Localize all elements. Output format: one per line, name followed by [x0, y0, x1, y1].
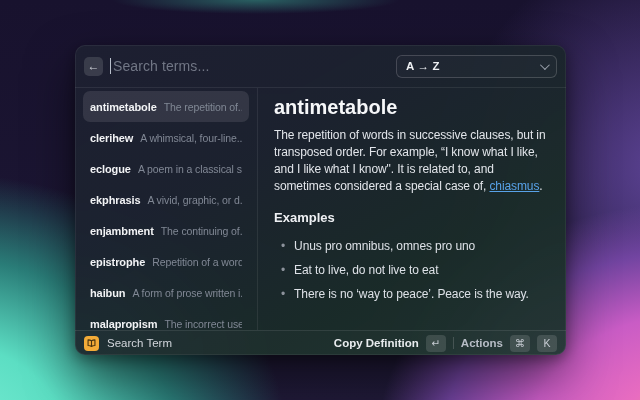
list-item-eclogue[interactable]: eclogue A poem in a classical s... [83, 153, 249, 184]
status-bar: Search Term Copy Definition ↵ Actions ⌘ … [75, 330, 566, 355]
term-summary: Repetition of a word... [152, 256, 242, 268]
term-label: antimetabole [90, 101, 157, 113]
example-text: There is no ‘way to peace’. Peace is the… [294, 282, 529, 306]
back-arrow-icon: ← [88, 59, 100, 73]
term-summary: A vivid, graphic, or d... [147, 194, 242, 206]
example-item: • There is no ‘way to peace’. Peace is t… [274, 282, 550, 306]
list-item-antimetabole[interactable]: antimetabole The repetition of... [83, 91, 249, 122]
term-summary: A poem in a classical s... [138, 163, 242, 175]
launcher-window: ← Search terms... A → Z antimetabole The… [75, 45, 566, 355]
search-input[interactable]: Search terms... [110, 45, 389, 87]
chevron-down-icon [540, 60, 550, 70]
example-item: • Unus pro omnibus, omnes pro uno [274, 234, 550, 258]
example-text: Unus pro omnibus, omnes pro uno [294, 234, 475, 258]
search-bar: ← Search terms... A → Z [75, 45, 566, 88]
definition-after-link: . [539, 179, 542, 193]
term-label: clerihew [90, 132, 133, 144]
list-item-clerihew[interactable]: clerihew A whimsical, four-line... [83, 122, 249, 153]
list-item-ekphrasis[interactable]: ekphrasis A vivid, graphic, or d... [83, 184, 249, 215]
term-summary: The incorrect use... [164, 318, 242, 330]
term-label: malapropism [90, 318, 157, 330]
back-button[interactable]: ← [84, 57, 103, 76]
actions-button[interactable]: Actions ⌘ K [461, 335, 557, 352]
command-key-icon: ⌘ [510, 335, 530, 352]
term-summary: A form of prose written i... [132, 287, 242, 299]
detail-pane: antimetabole The repetition of words in … [258, 88, 566, 330]
term-summary: A whimsical, four-line... [140, 132, 242, 144]
bullet-icon: • [281, 258, 285, 282]
copy-definition-button[interactable]: Copy Definition ↵ [334, 335, 446, 352]
open-book-icon [84, 336, 99, 351]
k-key-icon: K [537, 335, 557, 352]
chiasmus-link[interactable]: chiasmus [489, 179, 539, 193]
statusbar-divider [453, 337, 454, 349]
statusbar-actions: Copy Definition ↵ Actions ⌘ K [334, 335, 557, 352]
detail-title: antimetabole [274, 96, 550, 118]
term-summary: The repetition of... [164, 101, 242, 113]
example-item: • Eat to live, do not live to eat [274, 258, 550, 282]
sort-dropdown[interactable]: A → Z [396, 55, 557, 78]
term-label: haibun [90, 287, 125, 299]
bullet-icon: • [281, 282, 285, 306]
text-cursor [110, 58, 111, 74]
copy-definition-label: Copy Definition [334, 337, 419, 349]
return-key-icon: ↵ [426, 335, 446, 352]
example-text: Eat to live, do not live to eat [294, 258, 438, 282]
term-label: enjambment [90, 225, 154, 237]
examples-heading: Examples [274, 210, 550, 225]
bullet-icon: • [281, 234, 285, 258]
term-label: ekphrasis [90, 194, 140, 206]
list-item-enjambment[interactable]: enjambment The continuing of... [83, 215, 249, 246]
list-item-malapropism[interactable]: malapropism The incorrect use... [83, 308, 249, 330]
search-placeholder: Search terms... [113, 58, 209, 74]
list-item-haibun[interactable]: haibun A form of prose written i... [83, 277, 249, 308]
definition-text: The repetition of words in successive cl… [274, 127, 550, 195]
term-summary: The continuing of... [161, 225, 242, 237]
terms-list: antimetabole The repetition of... clerih… [75, 88, 258, 330]
term-label: eclogue [90, 163, 131, 175]
app-name: Search Term [107, 337, 172, 349]
term-label: epistrophe [90, 256, 145, 268]
sort-dropdown-value: A → Z [406, 60, 440, 72]
actions-label: Actions [461, 337, 503, 349]
list-item-epistrophe[interactable]: epistrophe Repetition of a word... [83, 246, 249, 277]
main-split: antimetabole The repetition of... clerih… [75, 88, 566, 330]
